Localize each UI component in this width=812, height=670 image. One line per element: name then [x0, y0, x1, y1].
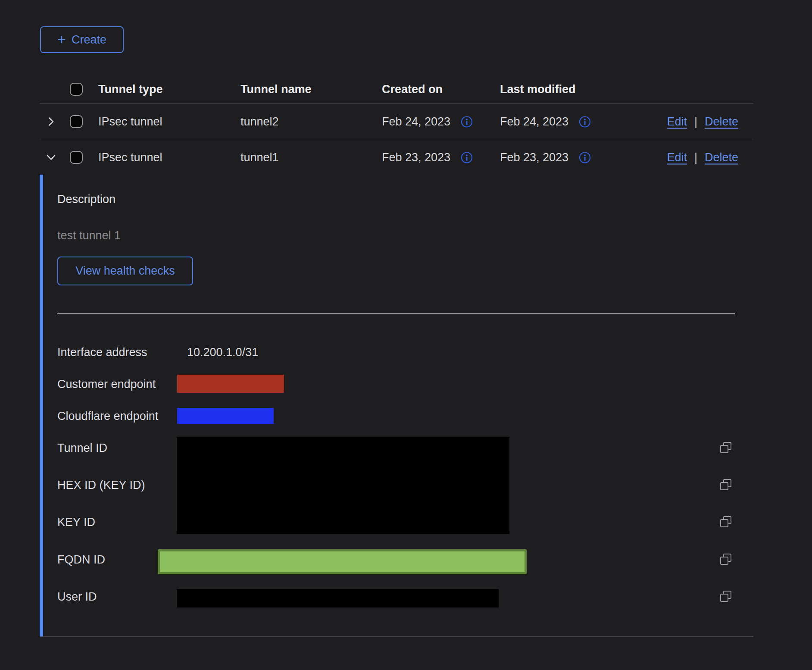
action-separator: | [694, 115, 697, 128]
info-circle-icon[interactable] [579, 116, 591, 128]
tunnel-type-cell: IPsec tunnel [98, 115, 162, 128]
copy-hex-id-button[interactable] [719, 478, 732, 492]
chevron-down-icon [45, 152, 57, 163]
copy-icon [719, 590, 732, 603]
delete-link[interactable]: Delete [705, 115, 738, 128]
tunnel-id-label: Tunnel ID [57, 441, 107, 455]
table-row: IPsec tunnel tunnel1 Feb 23, 2023 Feb 23… [40, 140, 753, 175]
customer-endpoint-redaction [177, 375, 284, 393]
copy-user-id-button[interactable] [719, 590, 732, 604]
copy-icon [719, 515, 732, 528]
edit-link[interactable]: Edit [667, 151, 687, 164]
delete-link[interactable]: Delete [705, 151, 738, 164]
header-last-modified: Last modified [500, 83, 576, 96]
header-created-on: Created on [382, 83, 443, 96]
row-checkbox[interactable] [70, 151, 83, 164]
info-circle-icon[interactable] [579, 151, 591, 163]
cloudflare-endpoint-label: Cloudflare endpoint [57, 410, 158, 423]
collapse-row-button[interactable] [45, 152, 57, 163]
copy-key-id-button[interactable] [719, 515, 732, 529]
interface-address-value: 10.200.1.0/31 [187, 346, 258, 359]
chevron-right-icon [45, 116, 57, 128]
copy-icon [719, 478, 732, 491]
expanded-row-accent-bar [40, 175, 43, 636]
header-tunnel-name: Tunnel name [240, 83, 312, 96]
header-tunnel-type: Tunnel type [98, 83, 163, 96]
tunnels-table: Tunnel type Tunnel name Created on Last … [40, 75, 753, 175]
hex-id-label: HEX ID (KEY ID) [57, 479, 145, 492]
edit-link[interactable]: Edit [667, 115, 687, 128]
copy-fqdn-id-button[interactable] [719, 553, 732, 567]
created-on-cell: Feb 23, 2023 [382, 151, 450, 164]
tunnel-type-cell: IPsec tunnel [98, 151, 162, 164]
select-all-checkbox[interactable] [70, 83, 83, 96]
info-circle-icon[interactable] [461, 116, 473, 128]
interface-address-label: Interface address [57, 346, 147, 359]
panel-divider [57, 313, 735, 314]
view-health-checks-button[interactable]: View health checks [57, 257, 193, 285]
create-button-label: Create [72, 33, 106, 47]
key-id-label: KEY ID [57, 516, 95, 529]
table-header-row: Tunnel type Tunnel name Created on Last … [40, 75, 753, 103]
tunnel-name-cell: tunnel2 [240, 115, 279, 128]
fqdn-id-label: FQDN ID [57, 553, 105, 567]
copy-icon [719, 441, 732, 454]
plus-icon: + [57, 32, 66, 47]
row-checkbox[interactable] [70, 115, 83, 128]
description-label: Description [57, 193, 116, 206]
cloudflare-endpoint-redaction [177, 408, 274, 424]
fqdn-id-redaction [158, 549, 527, 574]
expand-row-button[interactable] [45, 116, 57, 128]
tunnel-name-cell: tunnel1 [240, 151, 279, 164]
ids-redaction-block [177, 437, 509, 534]
copy-tunnel-id-button[interactable] [719, 441, 732, 455]
user-id-label: User ID [57, 590, 97, 604]
ipsec-tunnels-page: + Create Tunnel type Tunnel name Created… [0, 0, 812, 670]
copy-icon [719, 553, 732, 566]
create-button[interactable]: + Create [40, 26, 124, 53]
description-text: test tunnel 1 [57, 229, 121, 242]
last-modified-cell: Feb 23, 2023 [500, 151, 568, 164]
last-modified-cell: Feb 24, 2023 [500, 115, 568, 128]
customer-endpoint-label: Customer endpoint [57, 378, 156, 391]
user-id-redaction [177, 589, 499, 607]
created-on-cell: Feb 24, 2023 [382, 115, 450, 128]
info-circle-icon[interactable] [461, 151, 473, 163]
table-row: IPsec tunnel tunnel2 Feb 24, 2023 Feb 24… [40, 103, 753, 140]
action-separator: | [694, 151, 697, 164]
tunnel-details-panel: Description test tunnel 1 View health ch… [40, 175, 753, 637]
